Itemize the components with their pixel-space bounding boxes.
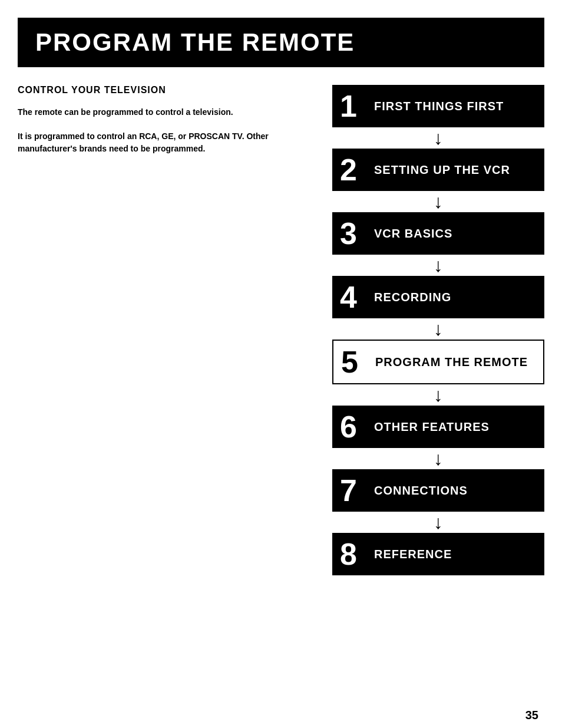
arrow-down-icon-5: ↓ <box>434 386 443 404</box>
step-4: 4 RECORDING <box>332 276 544 318</box>
step-7: 7 CONNECTIONS <box>332 469 544 512</box>
page-number: 35 <box>525 709 538 722</box>
right-column: 1 FIRST THINGS FIRST ↓ 2 SETTING UP THE … <box>332 85 544 575</box>
step-5: 5 PROGRAM THE REMOTE <box>332 340 544 384</box>
arrow-down-icon-6: ↓ <box>434 449 443 468</box>
left-column: CONTROL YOUR TELEVISION The remote can b… <box>18 85 320 575</box>
arrow-down-icon-2: ↓ <box>434 192 443 211</box>
step-2-number: 2 <box>332 149 365 191</box>
arrow-down-icon-3: ↓ <box>434 256 443 275</box>
arrow-4: ↓ <box>332 318 544 340</box>
arrow-7: ↓ <box>332 512 544 533</box>
step-4-label: RECORDING <box>365 282 544 312</box>
main-title: PROGRAM THE REMOTE <box>35 28 527 57</box>
step-2-label: SETTING UP THE VCR <box>365 155 544 185</box>
arrow-6: ↓ <box>332 448 544 469</box>
step-6-label: OTHER FEATURES <box>365 412 544 442</box>
arrow-down-icon-1: ↓ <box>434 129 443 147</box>
step-6-number: 6 <box>332 406 365 448</box>
section-heading: CONTROL YOUR TELEVISION <box>18 85 315 95</box>
step-5-number: 5 <box>333 341 366 383</box>
section-text-1: The remote can be programmed to control … <box>18 106 315 118</box>
step-1: 1 FIRST THINGS FIRST <box>332 85 544 127</box>
step-8: 8 REFERENCE <box>332 533 544 575</box>
step-5-label: PROGRAM THE REMOTE <box>366 347 543 377</box>
page-container: PROGRAM THE REMOTE CONTROL YOUR TELEVISI… <box>0 18 562 728</box>
step-8-label: REFERENCE <box>365 539 544 569</box>
step-7-number: 7 <box>332 469 365 512</box>
step-8-number: 8 <box>332 533 365 575</box>
arrow-3: ↓ <box>332 255 544 276</box>
content-area: CONTROL YOUR TELEVISION The remote can b… <box>0 67 562 575</box>
main-title-banner: PROGRAM THE REMOTE <box>18 18 544 67</box>
arrow-5: ↓ <box>332 384 544 406</box>
step-4-number: 4 <box>332 276 365 318</box>
arrow-down-icon-7: ↓ <box>434 513 443 532</box>
arrow-1: ↓ <box>332 127 544 149</box>
step-2: 2 SETTING UP THE VCR <box>332 149 544 191</box>
step-3-label: VCR BASICS <box>365 219 544 249</box>
step-1-number: 1 <box>332 85 365 127</box>
step-3: 3 VCR BASICS <box>332 212 544 255</box>
step-1-label: FIRST THINGS FIRST <box>365 91 544 121</box>
section-text-2: It is programmed to control an RCA, GE, … <box>18 130 315 155</box>
arrow-down-icon-4: ↓ <box>434 319 443 338</box>
step-7-label: CONNECTIONS <box>365 476 544 506</box>
arrow-2: ↓ <box>332 191 544 212</box>
step-6: 6 OTHER FEATURES <box>332 406 544 448</box>
step-3-number: 3 <box>332 212 365 255</box>
